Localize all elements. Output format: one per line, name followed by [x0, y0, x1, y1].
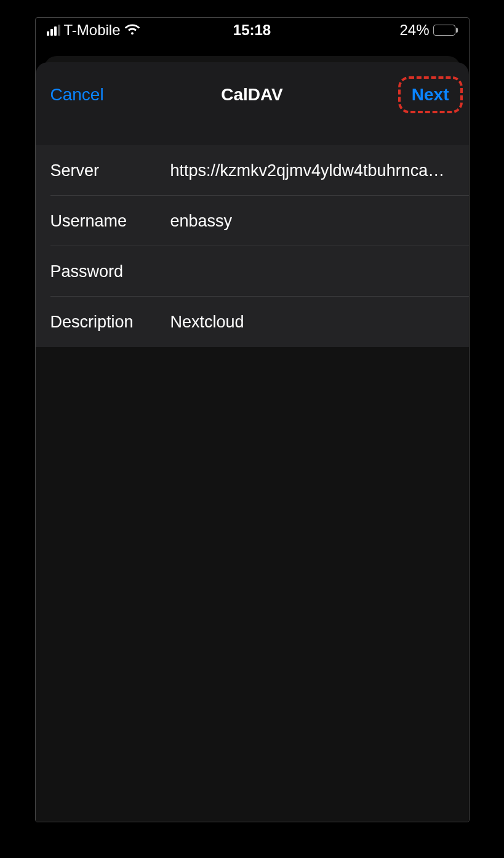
nav-title: CalDAV — [221, 85, 283, 105]
battery-icon — [433, 25, 458, 36]
status-right: 24% — [399, 22, 457, 39]
status-bar: T-Mobile 15:18 24% — [36, 18, 469, 42]
password-label: Password — [50, 262, 170, 281]
wifi-icon — [124, 22, 140, 39]
description-label: Description — [50, 313, 170, 332]
phone-frame: T-Mobile 15:18 24% Cancel CalDAV Next — [35, 17, 470, 822]
description-input[interactable] — [170, 313, 454, 332]
description-row: Description — [36, 297, 469, 347]
status-left: T-Mobile — [47, 22, 140, 39]
form-section: Server Username Password Description — [36, 145, 469, 347]
cancel-button[interactable]: Cancel — [50, 85, 104, 105]
nav-bar: Cancel CalDAV Next — [36, 62, 469, 127]
carrier-label: T-Mobile — [64, 22, 121, 39]
server-label: Server — [50, 161, 170, 180]
server-input[interactable] — [170, 161, 454, 180]
sheet-body — [36, 347, 469, 822]
server-row: Server — [36, 145, 469, 196]
password-input[interactable] — [170, 262, 454, 281]
battery-percent-label: 24% — [399, 22, 429, 39]
next-button-highlight: Next — [407, 82, 454, 107]
modal-sheet: Cancel CalDAV Next Server Username Passw… — [36, 62, 469, 822]
username-label: Username — [50, 212, 170, 231]
clock-label: 15:18 — [233, 22, 271, 39]
cellular-signal-icon — [47, 25, 60, 36]
username-row: Username — [36, 196, 469, 246]
password-row: Password — [36, 246, 469, 297]
next-button[interactable]: Next — [407, 82, 454, 107]
username-input[interactable] — [170, 212, 454, 231]
